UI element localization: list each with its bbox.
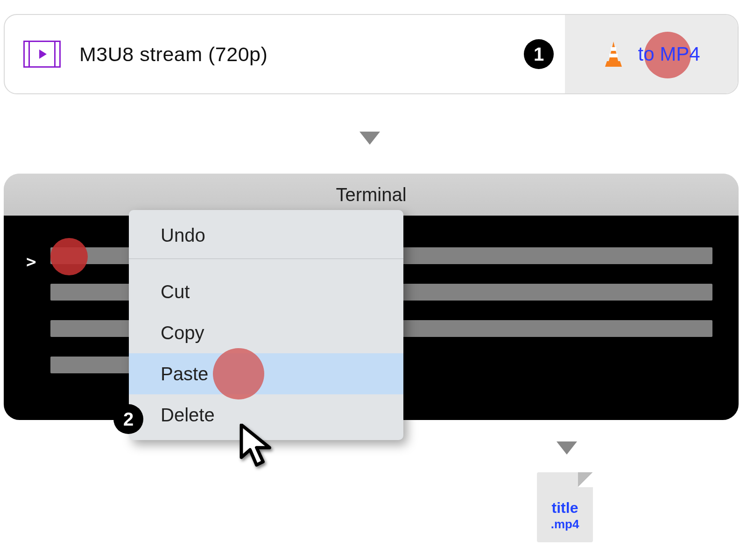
terminal-prompt: > [26,252,36,271]
menu-item-label: Paste [161,364,208,385]
search-bar-left: M3U8 stream (720p) [5,15,565,93]
menu-item-cut[interactable]: Cut [129,271,403,312]
svg-rect-1 [611,47,616,51]
file-extension: .mp4 [537,517,593,532]
flow-arrow-icon [359,132,380,145]
play-icon [39,49,47,59]
svg-marker-4 [241,425,269,465]
step-badge-1: 1 [524,39,554,69]
flow-arrow-icon [557,441,577,455]
result-text: to MP4 [638,43,700,65]
file-title: title [537,499,593,517]
video-stream-icon [23,41,61,68]
vlc-cone-icon [602,41,625,68]
menu-item-undo[interactable]: Undo [129,215,403,256]
menu-separator [129,259,403,259]
menu-item-label: Copy [161,322,204,343]
terminal-line-placeholder [50,357,133,373]
menu-item-label: Cut [161,281,190,302]
menu-item-label: Undo [161,225,205,246]
output-file: title .mp4 [537,472,593,542]
search-result[interactable]: to MP4 [565,15,738,93]
search-bar: M3U8 stream (720p) to MP4 [4,14,739,94]
svg-marker-3 [605,61,622,67]
menu-item-copy[interactable]: Copy [129,312,403,353]
menu-item-paste[interactable]: Paste [129,353,403,394]
svg-rect-2 [609,54,618,57]
menu-item-label: Delete [161,405,215,426]
context-menu: Undo Cut Copy Paste Delete [129,210,403,440]
mouse-cursor-icon [238,424,278,470]
highlight-dot [213,348,264,399]
terminal-titlebar: Terminal [4,174,739,216]
svg-marker-0 [609,42,618,61]
search-label: M3U8 stream (720p) [79,43,268,66]
highlight-dot [50,238,88,275]
step-badge-2: 2 [113,404,143,434]
